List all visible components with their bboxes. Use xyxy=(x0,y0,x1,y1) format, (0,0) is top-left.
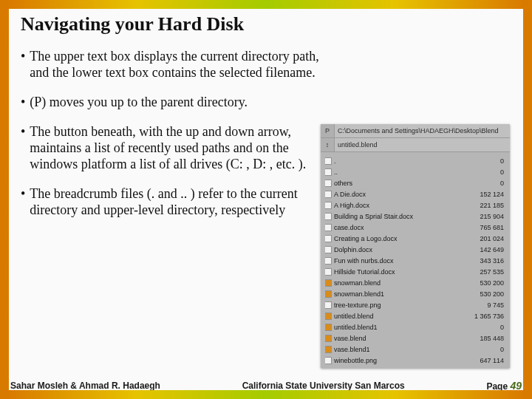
file-row[interactable]: A High.docx221 185 xyxy=(325,200,510,211)
file-icon xyxy=(325,358,331,364)
bullet-dot: • xyxy=(21,124,25,173)
file-size: 201 024 xyxy=(480,235,504,242)
file-size: 0 xyxy=(500,324,504,331)
file-size: 0 xyxy=(500,157,504,165)
file-row[interactable]: snowman.blend1530 200 xyxy=(325,288,510,299)
bullet-text: (P) moves you up to the parent directory… xyxy=(30,95,331,111)
file-icon xyxy=(325,236,331,242)
bullet-item: • The upper text box displays the curren… xyxy=(21,49,331,81)
file-size: 215 904 xyxy=(480,213,504,220)
file-name: untitled.blend1 xyxy=(334,324,378,331)
file-icon xyxy=(325,258,331,264)
bullet-text: The button beneath, with the up and down… xyxy=(30,124,331,173)
file-icon xyxy=(325,269,331,275)
parent-dir-button[interactable]: P xyxy=(321,124,335,137)
blend-file-icon xyxy=(325,291,331,297)
file-name: Dolphin.docx xyxy=(334,246,372,253)
file-size: 152 124 xyxy=(480,191,504,198)
file-row[interactable]: Fun with nurbs.docx343 316 xyxy=(325,255,510,266)
file-row[interactable]: Creating a Logo.docx201 024 xyxy=(325,233,510,244)
slide-heading: Navigating your Hard Disk xyxy=(21,13,522,35)
file-size: 343 316 xyxy=(480,257,504,265)
file-row[interactable]: Hillside Tutorial.docx257 535 xyxy=(325,266,510,277)
file-name: tree-texture.png xyxy=(334,301,381,309)
blend-file-icon xyxy=(325,324,331,330)
file-name: case.docx xyxy=(334,224,364,231)
file-name: . xyxy=(334,157,336,165)
file-browser-panel: P C:\Documents and Settings\HADAEGH\Desk… xyxy=(321,124,510,368)
file-icon xyxy=(325,214,331,219)
file-size: 530 200 xyxy=(480,290,504,298)
bullet-dot: • xyxy=(21,49,25,81)
file-name: .. xyxy=(334,168,338,176)
file-icon xyxy=(325,158,331,164)
file-name: Hillside Tutorial.docx xyxy=(334,268,395,276)
file-row[interactable]: ..0 xyxy=(325,166,510,177)
bullet-list: • The upper text box displays the curren… xyxy=(21,49,331,219)
recent-paths-button[interactable]: ↕ xyxy=(321,138,335,151)
filename-row: ↕ untitled.blend xyxy=(321,138,510,152)
file-name: snowman.blend1 xyxy=(334,290,384,298)
file-row[interactable]: vase.blend10 xyxy=(325,344,510,355)
file-size: 185 448 xyxy=(480,335,504,342)
file-size: 0 xyxy=(500,168,504,176)
file-name: others xyxy=(334,180,352,187)
file-name: snowman.blend xyxy=(334,279,381,287)
file-icon xyxy=(325,247,331,253)
file-row[interactable]: winebottle.png647 114 xyxy=(325,355,510,366)
file-name: untitled.blend xyxy=(334,313,374,320)
file-size: 0 xyxy=(500,346,504,353)
bullet-item: • The breadcrumb files (. and .. ) refer… xyxy=(21,186,331,219)
path-field[interactable]: C:\Documents and Settings\HADAEGH\Deskto… xyxy=(335,127,510,134)
file-size: 530 200 xyxy=(480,279,504,287)
file-size: 142 649 xyxy=(480,246,504,253)
file-row[interactable]: untitled.blend10 xyxy=(325,321,510,332)
file-icon xyxy=(325,202,331,208)
blend-file-icon xyxy=(325,280,331,286)
blend-file-icon xyxy=(325,335,331,341)
file-name: A High.docx xyxy=(334,202,369,209)
slide-footer: Sahar Mosleh & Ahmad R. Hadaegh Californ… xyxy=(10,380,522,392)
file-row[interactable]: Dolphin.docx142 649 xyxy=(325,244,510,255)
file-row[interactable]: Building a Sprial Stair.docx215 904 xyxy=(325,211,510,222)
file-size: 0 xyxy=(500,180,504,187)
file-size: 9 745 xyxy=(487,301,504,309)
file-name: A Die.docx xyxy=(334,191,366,198)
file-icon xyxy=(325,180,331,186)
file-icon xyxy=(325,169,331,175)
file-row[interactable]: tree-texture.png9 745 xyxy=(325,299,510,310)
path-row: P C:\Documents and Settings\HADAEGH\Desk… xyxy=(321,124,510,138)
file-name: Fun with nurbs.docx xyxy=(334,257,394,265)
file-icon xyxy=(325,302,331,308)
file-name: winebottle.png xyxy=(334,357,377,364)
file-name: Creating a Logo.docx xyxy=(334,235,398,242)
file-size: 257 535 xyxy=(480,268,504,276)
file-size: 765 681 xyxy=(480,224,504,231)
file-name: vase.blend1 xyxy=(334,346,370,353)
bullet-item: • The button beneath, with the up and do… xyxy=(21,124,331,173)
file-name: vase.blend xyxy=(334,335,366,342)
bullet-text: The breadcrumb files (. and .. ) refer t… xyxy=(30,186,331,219)
file-list: .0..0others0A Die.docx152 124A High.docx… xyxy=(321,152,510,367)
page-label: Page xyxy=(486,381,508,392)
file-name: Building a Sprial Stair.docx xyxy=(334,213,413,220)
file-size: 647 114 xyxy=(480,357,504,364)
file-row[interactable]: A Die.docx152 124 xyxy=(325,188,510,200)
file-row[interactable]: untitled.blend1 365 736 xyxy=(325,310,510,321)
file-row[interactable]: snowman.blend530 200 xyxy=(325,277,510,288)
bullet-item: • (P) moves you up to the parent directo… xyxy=(21,95,331,111)
file-row[interactable]: case.docx765 681 xyxy=(325,222,510,233)
file-row[interactable]: others0 xyxy=(325,177,510,188)
blend-file-icon xyxy=(325,347,331,352)
filename-field[interactable]: untitled.blend xyxy=(335,141,510,149)
footer-affiliation: California State University San Marcos xyxy=(242,381,405,391)
file-size: 221 185 xyxy=(480,202,504,209)
footer-authors: Sahar Mosleh & Ahmad R. Hadaegh xyxy=(10,381,160,391)
blend-file-icon xyxy=(325,313,331,319)
file-row[interactable]: .0 xyxy=(325,155,510,166)
file-row[interactable]: vase.blend185 448 xyxy=(325,332,510,344)
footer-page: Page 49 xyxy=(486,380,522,392)
bullet-dot: • xyxy=(21,186,25,219)
page-number: 49 xyxy=(510,380,522,392)
file-icon xyxy=(325,225,331,231)
